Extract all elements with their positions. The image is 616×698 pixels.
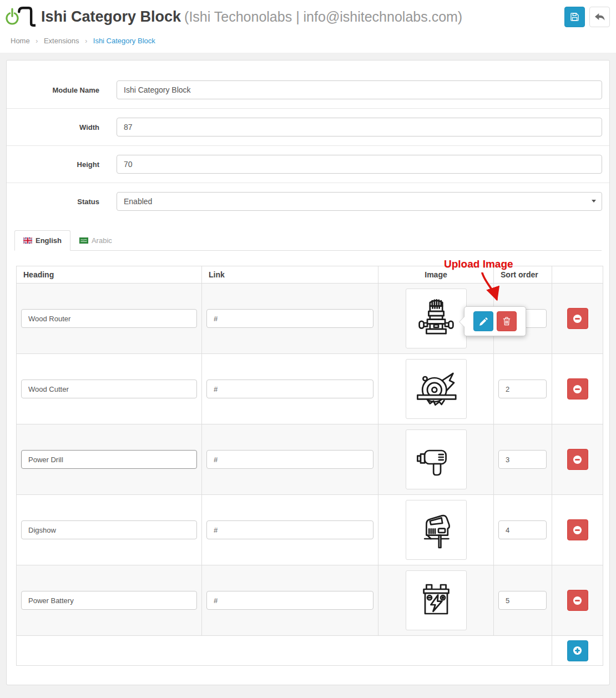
column-header-heading: Heading [17, 266, 202, 284]
breadcrumb-separator: › [36, 37, 38, 45]
minus-circle-icon [573, 385, 582, 394]
saudi-flag-icon [79, 237, 88, 244]
heading-input-row-3[interactable] [21, 450, 197, 469]
minus-circle-icon [573, 314, 582, 323]
status-select[interactable]: Enabled [117, 192, 602, 211]
heading-input-row-4[interactable] [21, 520, 197, 539]
form-row-height: Height [7, 146, 609, 183]
wood-router-image [414, 296, 458, 341]
select-caret-icon [592, 200, 596, 203]
upload-image-button[interactable] [473, 311, 493, 331]
minus-circle-icon [573, 525, 582, 535]
circular-saw-image [414, 367, 458, 411]
table-row [17, 495, 603, 565]
back-button[interactable] [589, 7, 610, 27]
category-items-table-area: Heading Link Image Sort order [16, 266, 602, 666]
image-thumbnail-row-1[interactable] [406, 289, 467, 348]
breadcrumb-home[interactable]: Home [11, 37, 30, 45]
table-footer-row [17, 636, 603, 666]
ishi-technolabs-logo [4, 4, 36, 29]
link-input-row-3[interactable] [206, 450, 373, 469]
delete-image-button[interactable] [497, 311, 517, 331]
module-settings-panel: Module Name Width Height Status Enabled [6, 60, 610, 685]
add-row-button[interactable] [567, 640, 588, 661]
width-input[interactable] [117, 118, 602, 136]
breadcrumb-separator: › [85, 37, 87, 45]
page-subtitle: (Ishi Techonolabs | info@ishitechnolabs.… [184, 9, 462, 24]
status-label: Status [7, 198, 99, 206]
height-input[interactable] [117, 155, 602, 174]
breadcrumb-extensions[interactable]: Extensions [44, 37, 79, 45]
plus-circle-icon [573, 646, 582, 655]
remove-row-button-4[interactable] [567, 519, 588, 540]
tab-arabic-label: Arabic [92, 236, 112, 245]
tab-english[interactable]: English [14, 230, 70, 251]
heading-input-row-5[interactable] [21, 591, 197, 610]
breadcrumb-current[interactable]: Ishi Category Block [93, 37, 155, 45]
module-name-label: Module Name [7, 86, 99, 94]
jigsaw-image [414, 508, 458, 552]
form-row-status: Status Enabled [7, 183, 609, 220]
status-selected-value: Enabled [124, 197, 152, 206]
remove-row-button-3[interactable] [567, 449, 588, 470]
sort-order-input-row-5[interactable] [498, 591, 547, 610]
pencil-icon [479, 317, 488, 326]
width-label: Width [7, 123, 99, 131]
app-header: Ishi Category Block(Ishi Techonolabs | i… [0, 0, 616, 29]
link-input-row-1[interactable] [206, 309, 373, 328]
tab-arabic[interactable]: Arabic [70, 230, 121, 251]
battery-image [414, 578, 458, 623]
table-row [17, 565, 603, 636]
form-row-width: Width [7, 109, 609, 146]
remove-row-button-1[interactable] [567, 308, 588, 329]
sort-order-input-row-2[interactable] [498, 380, 547, 398]
heading-input-row-1[interactable] [21, 309, 197, 328]
heading-input-row-2[interactable] [21, 380, 197, 398]
image-thumbnail-row-5[interactable] [406, 570, 467, 630]
module-name-input[interactable] [117, 80, 602, 99]
floppy-disk-icon [570, 13, 579, 21]
sort-order-input-row-4[interactable] [498, 520, 547, 539]
uk-flag-icon [23, 237, 32, 244]
header-zone: Ishi Category Block(Ishi Techonolabs | i… [0, 0, 616, 53]
column-header-link: Link [202, 266, 378, 284]
table-row [17, 354, 603, 424]
column-header-action [552, 266, 603, 284]
sort-order-input-row-3[interactable] [498, 450, 547, 469]
tab-english-label: English [36, 236, 62, 245]
page-title: Ishi Category Block [41, 8, 181, 25]
image-thumbnail-row-3[interactable] [406, 429, 467, 489]
link-input-row-5[interactable] [206, 591, 373, 610]
language-tab-bar: English Arabic [14, 230, 602, 251]
save-button[interactable] [564, 7, 585, 27]
image-thumbnail-row-2[interactable] [406, 359, 467, 419]
image-edit-popover [464, 306, 526, 336]
content-area: Module Name Width Height Status Enabled [0, 53, 616, 685]
power-drill-image [414, 437, 458, 482]
link-input-row-2[interactable] [206, 380, 373, 398]
breadcrumb: Home › Extensions › Ishi Category Block [0, 29, 616, 45]
table-row [17, 424, 603, 495]
remove-row-button-5[interactable] [567, 590, 588, 611]
trash-icon [503, 317, 511, 326]
minus-circle-icon [573, 455, 582, 464]
height-label: Height [7, 160, 99, 169]
remove-row-button-2[interactable] [567, 378, 588, 399]
reply-arrow-icon [594, 13, 605, 21]
minus-circle-icon [573, 596, 582, 605]
form-row-module-name: Module Name [7, 60, 609, 109]
image-thumbnail-row-4[interactable] [406, 500, 467, 560]
upload-image-annotation: Upload Image [444, 258, 513, 270]
link-input-row-4[interactable] [206, 520, 373, 539]
